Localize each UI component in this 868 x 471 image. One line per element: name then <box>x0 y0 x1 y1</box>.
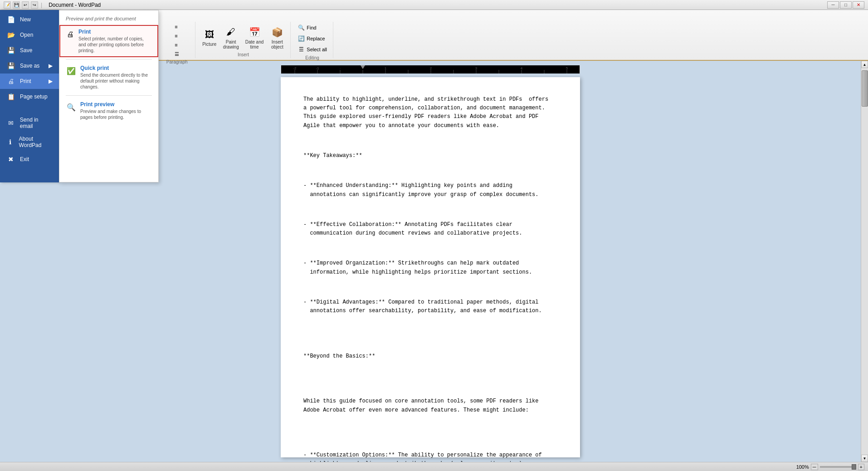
file-menu-overlay: 📄 New 📂 Open 💾 Save 💾 Save as ▶ 🖨 Print … <box>0 10 159 182</box>
picture-btn[interactable]: 🖼 Picture <box>200 26 219 48</box>
save-label: Save <box>20 47 32 54</box>
menu-item-print[interactable]: 🖨 Print ▶ <box>0 74 59 89</box>
scroll-thumb[interactable] <box>862 70 868 107</box>
menu-item-about[interactable]: ℹ About WordPad <box>0 132 59 152</box>
paragraph-2 <box>303 137 557 145</box>
paragraph-9 <box>303 367 557 376</box>
paragraph-items: ≡ ≡ ≡ ☰ <box>172 23 181 59</box>
replace-icon: 🔄 <box>297 35 305 42</box>
zoom-slider[interactable] <box>820 466 856 468</box>
date-time-icon: 📅 <box>247 25 262 39</box>
print-option-print-icon: 🖨 <box>67 29 74 39</box>
redo-btn[interactable]: ↪ <box>31 1 38 9</box>
print-section-title: Preview and print the document <box>59 14 158 25</box>
quick-print-desc: Send the document directly to the defaul… <box>80 72 151 90</box>
menu-item-save[interactable]: 💾 Save <box>0 43 59 58</box>
save-as-icon: 💾 <box>6 61 15 70</box>
svg-text:3: 3 <box>475 66 478 70</box>
picture-label: Picture <box>202 42 216 47</box>
paragraph-12 <box>303 436 557 445</box>
quick-print-title: Quick print <box>80 65 151 71</box>
paint-drawing-label: Paintdrawing <box>223 39 239 49</box>
insert-items: 🖼 Picture 🖌 Paintdrawing 📅 Date andtime … <box>200 23 287 51</box>
replace-label: Replace <box>307 36 325 41</box>
print-menu-icon: 🖨 <box>6 77 15 86</box>
print-option-print[interactable]: 🖨 Print Select printer, number of copies… <box>59 25 158 57</box>
print-separator-2 <box>66 95 152 96</box>
ribbon-group-paragraph: ≡ ≡ ≡ ☰ Paragraph <box>159 22 195 58</box>
quick-print-text: Quick print Send the document directly t… <box>80 65 151 90</box>
svg-text:2: 2 <box>430 66 432 70</box>
insert-object-label: Insertobject <box>271 39 283 49</box>
open-icon: 📂 <box>6 30 15 39</box>
print-preview-icon: 🔍 <box>67 102 76 112</box>
paragraph-key-takeaways: **Key Takeaways:** <box>303 152 557 160</box>
align-right-btn[interactable]: ≡ <box>172 41 181 49</box>
menu-item-exit[interactable]: ✖ Exit <box>0 152 59 167</box>
title-bar-controls: ─ □ ✕ <box>827 1 864 9</box>
select-all-btn[interactable]: ☰ Select all <box>295 44 329 54</box>
ribbon-group-editing: 🔍 Find 🔄 Replace ☰ Select all Editing <box>292 22 333 58</box>
minimize-btn[interactable]: ─ <box>827 1 839 9</box>
open-label: Open <box>20 32 33 38</box>
paint-drawing-btn[interactable]: 🖌 Paintdrawing <box>221 24 241 51</box>
exit-label: Exit <box>20 156 29 162</box>
insert-object-icon: 📦 <box>270 25 284 39</box>
paragraph-3 <box>303 167 557 175</box>
print-preview-text: Print preview Preview and make changes t… <box>80 101 151 120</box>
close-btn[interactable]: ✕ <box>853 1 864 9</box>
undo-btn[interactable]: ↩ <box>22 1 29 9</box>
bullet-btn[interactable]: ☰ <box>172 50 181 59</box>
find-label: Find <box>307 25 316 30</box>
scroll-up-btn[interactable]: ▲ <box>861 61 868 68</box>
svg-text:-2: -2 <box>293 66 297 70</box>
insert-object-btn[interactable]: 📦 Insertobject <box>268 24 287 51</box>
print-label: Print <box>20 78 31 84</box>
paragraph-11 <box>303 421 557 430</box>
zoom-minus-btn[interactable]: ─ <box>811 464 818 470</box>
menu-item-page-setup[interactable]: 📋 Page setup <box>0 89 59 104</box>
align-left-btn[interactable]: ≡ <box>172 23 181 31</box>
page-setup-label: Page setup <box>20 93 48 100</box>
print-separator-1 <box>66 59 152 59</box>
zoom-plus-btn[interactable]: + <box>858 464 864 470</box>
print-option-print-desc: Select printer, number of copies, and ot… <box>78 36 151 54</box>
document-page[interactable]: The ability to highlight, underline, and… <box>281 77 580 457</box>
save-quick-btn[interactable]: 💾 <box>13 1 20 9</box>
replace-btn[interactable]: 🔄 Replace <box>295 34 329 44</box>
zoom-level: 100% ─ + <box>796 464 864 470</box>
paragraph-beyond: **Beyond the Basics:** <box>303 352 557 361</box>
find-btn[interactable]: 🔍 Find <box>295 23 329 33</box>
align-center-btn[interactable]: ≡ <box>172 32 181 40</box>
maximize-btn[interactable]: □ <box>840 1 852 9</box>
date-time-label: Date andtime <box>245 39 264 49</box>
menu-item-save-as[interactable]: 💾 Save as ▶ <box>0 58 59 74</box>
exit-icon: ✖ <box>6 155 15 164</box>
menu-item-open[interactable]: 📂 Open <box>0 27 59 43</box>
save-as-arrow: ▶ <box>49 63 53 69</box>
print-option-preview[interactable]: 🔍 Print preview Preview and make changes… <box>59 98 158 124</box>
svg-text:·: · <box>340 66 341 70</box>
file-menu-left: 📄 New 📂 Open 💾 Save 💾 Save as ▶ 🖨 Print … <box>0 10 59 182</box>
scroll-track[interactable] <box>861 68 868 455</box>
insert-group-label: Insert <box>238 51 249 57</box>
print-option-quick[interactable]: ✅ Quick print Send the document directly… <box>59 61 158 93</box>
select-all-label: Select all <box>307 47 327 52</box>
menu-item-send-email[interactable]: ✉ Send in email <box>0 113 59 132</box>
scroll-down-btn[interactable]: ▼ <box>861 455 868 462</box>
file-menu-right: Preview and print the document 🖨 Print S… <box>59 10 159 182</box>
send-email-label: Send in email <box>20 117 53 129</box>
print-option-print-title: Print <box>78 29 151 35</box>
paragraph-group-label: Paragraph <box>166 59 188 64</box>
paragraph-effective: - **Effective Collaboration:** Annotatin… <box>303 221 557 238</box>
paragraph-1: The ability to highlight, underline, and… <box>303 95 557 130</box>
picture-icon: 🖼 <box>202 27 217 42</box>
date-time-btn[interactable]: 📅 Date andtime <box>243 24 266 51</box>
window-title: Document - WordPad <box>49 2 101 8</box>
menu-item-new[interactable]: 📄 New <box>0 12 59 27</box>
quick-print-icon: ✅ <box>67 66 76 76</box>
vertical-scrollbar[interactable]: ▲ ▼ <box>861 61 868 462</box>
zoom-percent: 100% <box>796 464 809 470</box>
app-icon: 📝 <box>4 1 11 9</box>
paragraph-custom: - **Customization Options:** The ability… <box>303 451 557 462</box>
